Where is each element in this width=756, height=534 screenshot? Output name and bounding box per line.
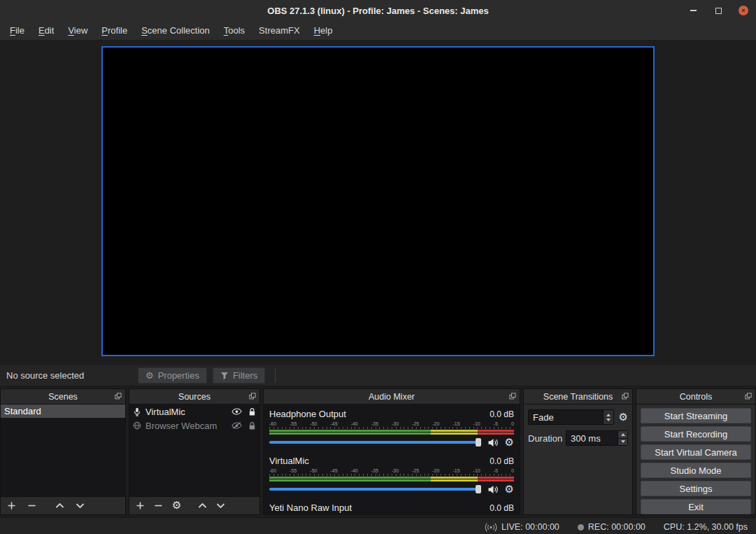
duration-decrease-button[interactable] [618, 438, 627, 446]
spinner-up-icon [606, 414, 611, 416]
tick-marks [269, 427, 514, 429]
microphone-icon [133, 407, 141, 416]
remove-scene-button[interactable] [27, 501, 36, 510]
source-row-virtualmic[interactable]: VirtualMic [129, 405, 259, 419]
source-row-browser-webcam[interactable]: Browser Webcam [129, 419, 259, 433]
source-move-up-button[interactable] [198, 503, 207, 509]
controls-popout-button[interactable] [745, 393, 752, 400]
live-indicator: LIVE: 00:00:00 [485, 522, 559, 532]
speaker-icon[interactable] [487, 438, 499, 447]
controls-body: Start Streaming Start Recording Start Vi… [636, 405, 755, 518]
add-source-button[interactable] [136, 501, 145, 510]
filter-funnel-icon [220, 372, 229, 380]
visibility-eye-off-icon[interactable] [231, 422, 242, 429]
maximize-icon [715, 8, 722, 14]
globe-icon [133, 421, 141, 430]
duration-value: 300 ms [566, 431, 618, 445]
speaker-icon[interactable] [487, 485, 499, 494]
sources-panel-header: Sources [129, 389, 259, 405]
maximize-button[interactable] [713, 5, 724, 16]
plus-icon [136, 501, 145, 510]
slider-handle[interactable] [476, 438, 481, 447]
settings-button[interactable]: Settings [641, 481, 751, 496]
minus-icon [154, 501, 163, 510]
spinner-down-icon [621, 440, 625, 443]
window-title: OBS 27.1.3 (linux) - Profile: James - Sc… [267, 6, 488, 16]
tick: -25 [412, 468, 419, 474]
rec-indicator: REC: 00:00:00 [578, 522, 646, 532]
start-streaming-button[interactable]: Start Streaming [641, 408, 751, 423]
menu-item-view[interactable]: View [61, 21, 94, 40]
source-label: Browser Webcam [145, 421, 231, 431]
visibility-eye-icon[interactable] [231, 408, 242, 415]
gear-icon: ⚙ [145, 371, 154, 380]
tick: -20 [432, 468, 439, 474]
start-recording-button[interactable]: Start Recording [641, 426, 751, 442]
tick: -40 [351, 421, 358, 427]
tick: -5 [494, 421, 498, 427]
add-scene-button[interactable] [7, 501, 16, 510]
filters-button[interactable]: Filters [213, 367, 265, 384]
studio-mode-button[interactable]: Studio Mode [641, 463, 751, 478]
lock-icon[interactable] [248, 407, 256, 416]
tick: -35 [371, 421, 378, 427]
source-properties-gear-icon[interactable]: ⚙ [172, 500, 181, 511]
slider-handle[interactable] [476, 485, 481, 493]
no-source-status: No source selected [0, 370, 138, 381]
transitions-panel-title: Scene Transitions [543, 392, 613, 402]
menu-item-profile[interactable]: Profile [94, 21, 134, 40]
combo-spinner[interactable] [603, 410, 613, 424]
menu-item-file[interactable]: File [3, 21, 31, 40]
obs-window: OBS 27.1.3 (linux) - Profile: James - Sc… [0, 0, 756, 534]
audio-mixer-panel: Audio Mixer Headphone Output 0.0 dB -60 … [263, 388, 520, 515]
exit-button[interactable]: Exit [641, 499, 751, 514]
preview-area [0, 41, 756, 365]
controls-panel-title: Controls [680, 392, 713, 402]
scenes-popout-button[interactable] [115, 393, 122, 400]
tick: -40 [351, 468, 358, 474]
transitions-popout-button[interactable] [622, 393, 629, 400]
tick: -30 [392, 468, 399, 474]
menu-item-streamfx[interactable]: StreamFX [252, 21, 307, 40]
scenes-panel-title: Scenes [48, 392, 78, 402]
scene-move-up-button[interactable] [55, 503, 64, 509]
toolbar-separator [275, 369, 276, 383]
tick: -45 [330, 468, 337, 474]
remove-source-button[interactable] [154, 501, 163, 510]
close-button[interactable]: × [738, 5, 749, 16]
sources-popout-button[interactable] [249, 393, 256, 400]
start-virtual-camera-button[interactable]: Start Virtual Camera [641, 444, 751, 460]
lock-icon[interactable] [248, 421, 256, 430]
source-toolbar: No source selected ⚙ Properties Filters [0, 365, 756, 386]
scene-transitions-panel: Scene Transitions Fade ⚙ Duration 300 ms [523, 388, 633, 515]
db-scale: -60 -55 -50 -45 -40 -35 -30 -25 -20 -15 … [269, 421, 514, 427]
duration-input[interactable]: 300 ms [566, 430, 628, 446]
scene-move-down-button[interactable] [76, 503, 85, 509]
duration-increase-button[interactable] [618, 431, 627, 438]
properties-button[interactable]: ⚙ Properties [138, 367, 207, 384]
mixer-gear-icon[interactable]: ⚙ [505, 437, 514, 448]
spinner-up-icon [621, 433, 625, 436]
scene-item-standard[interactable]: Standard [1, 405, 125, 418]
menu-item-edit[interactable]: Edit [31, 21, 61, 40]
audio-mixer-title: Audio Mixer [369, 392, 415, 402]
source-move-down-button[interactable] [216, 503, 225, 509]
volume-slider[interactable] [269, 484, 481, 494]
mixer-gear-icon[interactable]: ⚙ [505, 484, 514, 495]
volume-slider[interactable] [269, 437, 481, 447]
tick: -50 [310, 421, 317, 427]
transition-settings-gear-icon[interactable]: ⚙ [619, 412, 628, 423]
preview-canvas[interactable] [101, 46, 655, 356]
menu-item-scene-collection[interactable]: Scene Collection [134, 21, 217, 40]
chevron-up-icon [55, 503, 64, 509]
transition-select[interactable]: Fade [528, 409, 614, 425]
mixer-popout-button[interactable] [509, 393, 516, 400]
minimize-button[interactable] [687, 5, 699, 16]
live-time: LIVE: 00:00:00 [501, 522, 559, 532]
menu-item-tools[interactable]: Tools [217, 21, 252, 40]
sources-panel: Sources VirtualMic [129, 388, 260, 515]
menu-item-help[interactable]: Help [307, 21, 340, 40]
tick-marks [269, 474, 514, 476]
tick: -55 [290, 421, 297, 427]
chevron-down-icon [76, 503, 85, 509]
